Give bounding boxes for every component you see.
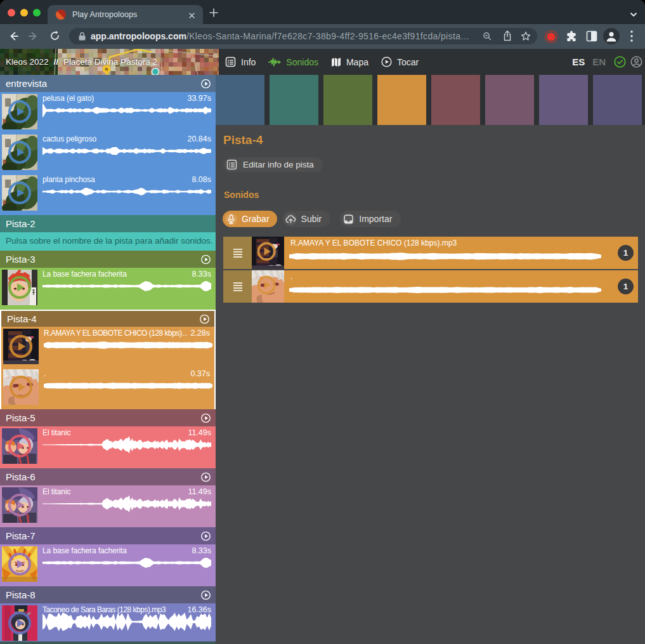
profile-avatar[interactable]: [603, 28, 620, 47]
sound-row-body[interactable]: .1: [284, 270, 638, 303]
clip-Pista-4-1[interactable]: .0.37s: [1, 369, 214, 405]
track-name[interactable]: Pista-4: [7, 313, 37, 324]
side-panel-icon[interactable]: [586, 30, 597, 44]
account-icon[interactable]: [630, 56, 642, 68]
track-name[interactable]: Pista-8: [6, 589, 36, 600]
macos-minimize-button[interactable]: [20, 9, 28, 16]
clip-thumbnail[interactable]: [2, 428, 37, 464]
track-name[interactable]: Pista-6: [6, 471, 36, 482]
track-play-icon[interactable]: [201, 254, 211, 264]
track-name[interactable]: Pista-3: [6, 254, 36, 265]
clip-thumbnail[interactable]: [2, 270, 37, 305]
clip-entrevista-0[interactable]: pelusa (el gato)33.97s: [0, 94, 216, 129]
track-swatch-2[interactable]: [270, 75, 318, 125]
macos-zoom-button[interactable]: [33, 9, 41, 16]
grabar-button[interactable]: Grabar: [223, 211, 277, 227]
breadcrumb-project[interactable]: Kleos 2022: [6, 57, 49, 67]
clip-waveform[interactable]: [44, 340, 212, 353]
track-name[interactable]: Pista-7: [6, 530, 36, 541]
clip-thumbnail[interactable]: [2, 546, 37, 582]
track-name[interactable]: entrevista: [6, 78, 47, 89]
clip-Pista-3-0[interactable]: La base fachera facherita8.33s: [0, 270, 216, 305]
subir-button[interactable]: Subir: [282, 211, 331, 227]
clip-thumbnail[interactable]: [3, 369, 39, 405]
clip-thumbnail[interactable]: [2, 487, 37, 523]
clip-waveform[interactable]: [42, 612, 211, 634]
record-extension-icon[interactable]: [544, 30, 558, 46]
bookmark-star-icon[interactable]: [521, 31, 531, 41]
share-icon[interactable]: [503, 30, 512, 41]
track-header-entrevista[interactable]: entrevista: [0, 75, 216, 92]
clip-Pista-7-0[interactable]: La base fachera facherita8.33s: [0, 546, 216, 582]
address-bar[interactable]: app.antropoloops.com/Kleos-Santa-Marina/…: [69, 28, 537, 44]
forward-button[interactable]: [28, 30, 39, 44]
clip-entrevista-2[interactable]: planta pinchosa8.08s: [0, 175, 216, 211]
track-header-Pista-3[interactable]: Pista-3: [0, 251, 216, 268]
track-play-icon[interactable]: [200, 314, 209, 324]
track-header-Pista-6[interactable]: Pista-6: [0, 468, 216, 485]
clip-Pista-8-0[interactable]: Taconeo de Sara Baras (128 kbps).mp316.3…: [0, 605, 216, 641]
clip-waveform[interactable]: [42, 436, 211, 456]
track-header-Pista-7[interactable]: Pista-7: [0, 527, 216, 544]
lang-en[interactable]: EN: [592, 56, 606, 67]
track-play-icon[interactable]: [201, 413, 211, 423]
track-swatch-7[interactable]: [539, 75, 588, 125]
browser-menu-kebab-icon[interactable]: [629, 30, 634, 45]
track-play-icon[interactable]: [201, 79, 211, 88]
clip-waveform[interactable]: [42, 557, 211, 571]
clip-thumbnail[interactable]: [2, 135, 37, 170]
importar-button[interactable]: Importar: [340, 211, 401, 227]
track-header-Pista-2[interactable]: Pista-2: [0, 215, 216, 232]
clip-Pista-6-0[interactable]: El titanic11.49s: [0, 487, 216, 523]
track-header-Pista-8[interactable]: Pista-8: [0, 586, 216, 603]
new-tab-button[interactable]: [209, 6, 218, 19]
track-header-Pista-5[interactable]: Pista-5: [0, 409, 216, 426]
drag-handle[interactable]: [223, 237, 252, 269]
clip-waveform[interactable]: [42, 185, 211, 200]
nav-item-sonidos[interactable]: Sonidos: [268, 57, 325, 67]
sound-waveform[interactable]: [289, 251, 601, 264]
clip-Pista-5-0[interactable]: El titanic11.49s: [0, 428, 216, 464]
clip-thumbnail[interactable]: [2, 94, 37, 129]
clip-thumbnail[interactable]: [2, 605, 37, 641]
track-name[interactable]: Pista-2: [6, 218, 36, 229]
sound-row-2[interactable]: .1: [223, 270, 638, 303]
extensions-puzzle-icon[interactable]: [566, 30, 578, 45]
track-swatch-5[interactable]: [431, 75, 480, 125]
lang-es[interactable]: ES: [572, 56, 585, 67]
track-name[interactable]: Pista-5: [6, 412, 36, 423]
track-swatch-6[interactable]: [485, 75, 534, 125]
edit-track-info-button[interactable]: Editar info de pista: [223, 157, 323, 172]
tab-search-chevron-icon[interactable]: [630, 10, 637, 17]
clip-waveform[interactable]: [42, 103, 211, 120]
sound-row-1[interactable]: R.AMAYA Y EL BOBOTE CHICO (128 kbps).mp3…: [223, 237, 638, 269]
sound-thumbnail[interactable]: [252, 237, 284, 269]
clip-waveform[interactable]: [42, 495, 211, 515]
back-button[interactable]: [8, 30, 19, 44]
clip-Pista-4-0[interactable]: R.AMAYA Y EL BOBOTE CHICO (128 kbps)….2.…: [1, 329, 214, 364]
drag-handle[interactable]: [223, 270, 252, 303]
clip-waveform[interactable]: [42, 144, 211, 161]
nav-item-tocar[interactable]: Tocar: [381, 56, 425, 67]
clip-waveform[interactable]: [44, 381, 212, 393]
tab-close-icon[interactable]: [186, 10, 197, 20]
browser-tab[interactable]: Play Antropoloops: [48, 5, 203, 24]
clip-waveform[interactable]: [42, 280, 211, 294]
track-header-Pista-4[interactable]: Pista-4: [1, 311, 214, 327]
map-photo-strip[interactable]: Kleos 2022 // Placeta Divina Pastora 2: [0, 49, 219, 75]
track-swatch-4-selected[interactable]: [377, 75, 426, 125]
macos-close-button[interactable]: [8, 9, 15, 16]
clip-entrevista-1[interactable]: cactus peligroso20.84s: [0, 135, 216, 170]
track-swatch-1[interactable]: [216, 75, 264, 125]
zoom-icon[interactable]: [483, 32, 492, 41]
track-swatch-3[interactable]: [323, 75, 372, 125]
sound-thumbnail[interactable]: [252, 270, 284, 303]
clip-thumbnail[interactable]: [3, 329, 39, 364]
track-play-icon[interactable]: [201, 472, 211, 482]
clip-thumbnail[interactable]: [2, 175, 37, 211]
nav-item-mapa[interactable]: Mapa: [331, 57, 375, 67]
reload-button[interactable]: [49, 30, 60, 44]
sound-waveform[interactable]: [289, 285, 601, 298]
nav-item-info[interactable]: Info: [225, 56, 262, 67]
track-play-icon[interactable]: [201, 531, 211, 541]
